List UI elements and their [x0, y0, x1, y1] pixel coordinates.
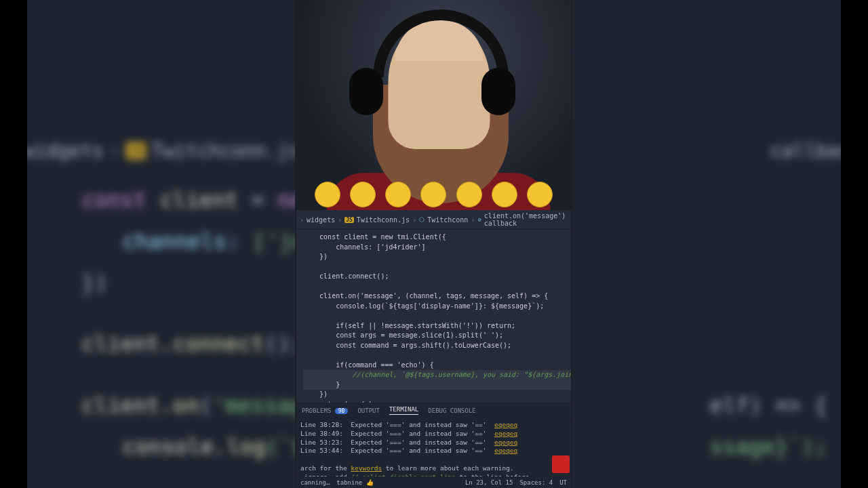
tab-output[interactable]: OUTPUT [357, 407, 380, 414]
breadcrumb[interactable]: › widgets › JS Twitchconn.js › ⬡ Twitchc… [296, 210, 571, 230]
letterbox-left [0, 0, 27, 488]
letterbox-right [841, 0, 868, 488]
symbol-icon: ⬡ [419, 216, 425, 223]
webcam-overlay [296, 0, 571, 210]
emoji-icon [350, 182, 376, 207]
chevron-icon: › [338, 216, 342, 224]
status-bar: canning… tabnine 👍 Ln 23, Col 15 Spaces:… [296, 476, 571, 488]
callback-icon: ⊘ [477, 216, 481, 223]
emoji-icon [385, 182, 411, 207]
panel-tabs: PROBLEMS 90 OUTPUT TERMINAL DEBUG CONSOL… [296, 403, 571, 418]
breadcrumb-callback[interactable]: client.on('message') callback [484, 212, 568, 227]
terminal-output[interactable]: Line 38:28: Expected '===' and instead s… [296, 418, 571, 486]
emoji-icon [315, 182, 340, 207]
bg-breadcrumb-folder: widgets [24, 140, 104, 162]
status-scanning[interactable]: canning… [300, 479, 330, 486]
emoji-icon [420, 182, 446, 207]
video-column: › widgets › JS Twitchconn.js › ⬡ Twitchc… [296, 0, 571, 488]
code-editor[interactable]: const client = new tmi.Client({ channels… [296, 230, 571, 403]
emoji-row [296, 182, 571, 207]
emoji-icon [527, 182, 553, 207]
tab-problems[interactable]: PROBLEMS 90 [302, 407, 348, 414]
chevron-icon: › [109, 140, 121, 162]
status-cursor-position[interactable]: Ln 23, Col 15 [465, 479, 513, 486]
js-icon: JS [344, 217, 354, 223]
tab-debug-console[interactable]: DEBUG CONSOLE [428, 407, 475, 414]
status-tabnine[interactable]: tabnine 👍 [336, 479, 373, 486]
bg-breadcrumb-file: Twitchconn.js [151, 140, 300, 162]
tab-terminal[interactable]: TERMINAL [389, 406, 418, 415]
emoji-icon [456, 182, 482, 207]
breadcrumb-folder[interactable]: widgets [307, 216, 335, 224]
chevron-icon: › [412, 216, 416, 224]
status-encoding[interactable]: UT [559, 479, 567, 486]
chevron-icon: › [471, 216, 475, 224]
problems-count-badge: 90 [335, 408, 349, 414]
js-icon: JS [126, 142, 146, 159]
chevron-icon: › [300, 216, 304, 224]
status-indent[interactable]: Spaces: 4 [519, 479, 553, 486]
emoji-icon [492, 182, 517, 207]
breadcrumb-symbol[interactable]: Twitchconn [427, 216, 468, 224]
breadcrumb-file[interactable]: Twitchconn.js [357, 216, 410, 224]
bottom-panel: PROBLEMS 90 OUTPUT TERMINAL DEBUG CONSOL… [296, 403, 571, 486]
play-icon [552, 455, 570, 473]
